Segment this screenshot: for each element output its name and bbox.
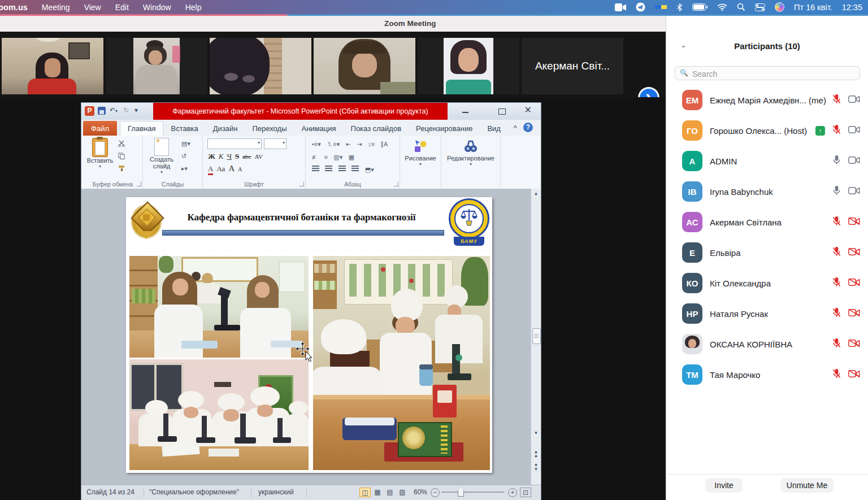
slide-photo-practical-class[interactable] — [313, 256, 490, 470]
font-style-button[interactable]: abc — [242, 153, 251, 160]
tab-рецензирование[interactable]: Рецензирование — [409, 121, 480, 136]
close-button[interactable]: ✕ — [524, 106, 532, 114]
font-size-button[interactable]: Аа — [216, 164, 225, 173]
font-size-button[interactable]: А — [238, 166, 242, 172]
columns-icon[interactable]: ▥▾ — [333, 154, 342, 161]
maximize-button[interactable] — [498, 108, 506, 115]
theme-indicator[interactable]: "Специальное оформление" — [149, 488, 239, 496]
participant-row[interactable]: Е Ельвіра — [666, 237, 868, 268]
increase-indent-icon[interactable]: ⇥ — [357, 141, 362, 148]
indent-left-icon[interactable]: ≢ — [312, 154, 318, 160]
menu-item-window[interactable]: Window — [143, 3, 171, 12]
battery-icon[interactable] — [692, 3, 708, 11]
participant-row[interactable]: АС Акерман Світлана — [666, 207, 868, 237]
text-direction-icon[interactable]: ∥A — [380, 141, 388, 148]
slide-photo-lab-microscopes[interactable] — [129, 256, 309, 358]
normal-view-button[interactable]: ◫ — [359, 488, 371, 497]
slide-photo-classroom[interactable] — [129, 359, 309, 470]
participant-row[interactable]: IB Iryna Babynchuk — [666, 176, 868, 207]
tab-вид[interactable]: Вид — [480, 121, 508, 136]
numbering-icon[interactable]: ⒈≡▾ — [327, 140, 340, 149]
video-tile[interactable] — [106, 38, 207, 94]
participant-row[interactable]: ОКСАНА КОРНІЇВНА — [666, 329, 868, 359]
zoom-slider-thumb[interactable] — [458, 488, 464, 497]
quick-access-customize-icon[interactable]: ▾ — [134, 106, 138, 114]
video-tile[interactable] — [2, 38, 103, 94]
zoom-in-button[interactable]: + — [508, 488, 517, 497]
font-size-button[interactable]: А — [208, 164, 213, 175]
section-icon[interactable]: ▸▾ — [181, 165, 190, 172]
unmute-me-button[interactable]: Unmute Me — [780, 478, 834, 493]
menu-bar-clock[interactable]: 12:35 — [842, 3, 862, 12]
menu-item-meeting[interactable]: Meeting — [42, 3, 70, 12]
minimize-button[interactable] — [462, 107, 468, 113]
new-slide-button[interactable]: Создать слайд▾ — [146, 138, 177, 175]
next-slide-button[interactable]: ▼▼ — [532, 463, 540, 471]
font-style-button[interactable]: К — [219, 152, 224, 161]
participant-row[interactable]: НР Наталя Руснак — [666, 298, 868, 329]
tab-анимация[interactable]: Анимация — [294, 121, 344, 136]
font-name-select[interactable] — [207, 138, 262, 149]
video-tile[interactable] — [210, 38, 311, 94]
copy-icon[interactable] — [118, 153, 125, 160]
video-tile-name-only[interactable]: Акерман Світ... — [522, 38, 623, 94]
slideshow-button[interactable]: ▧ — [397, 488, 408, 497]
spotlight-icon[interactable] — [737, 3, 745, 11]
slide-title[interactable]: Кафедра фармацевтичної ботаніки та фарма… — [159, 212, 444, 223]
justify-icon[interactable] — [351, 166, 359, 172]
slide-canvas[interactable]: Кафедра фармацевтичної ботаніки та фарма… — [126, 197, 492, 473]
slide-sorter-view-button[interactable]: ▦ — [372, 488, 383, 497]
align-center-icon[interactable] — [325, 166, 332, 172]
ribbon-collapse-icon[interactable]: ^ — [514, 124, 517, 131]
slide-layout-icon[interactable]: ▤▾ — [181, 140, 190, 147]
menu-item-help[interactable]: Help — [185, 3, 202, 12]
font-style-button[interactable]: AV — [254, 153, 262, 160]
slide-number-indicator[interactable]: Слайд 14 из 24 — [86, 488, 134, 496]
font-style-button[interactable]: Ч — [227, 152, 232, 161]
bullets-icon[interactable]: •≡▾ — [312, 141, 321, 148]
align-right-icon[interactable] — [338, 166, 346, 172]
ukraine-flag-icon[interactable] — [655, 3, 667, 11]
save-icon[interactable] — [98, 107, 106, 115]
tab-дизайн[interactable]: Дизайн — [206, 121, 245, 136]
arrange-icon[interactable]: ⬒▾ — [365, 166, 374, 173]
scroll-down-icon[interactable]: ▼ — [532, 431, 540, 436]
font-style-button[interactable]: S — [235, 152, 239, 161]
undo-icon[interactable]: ↶▾ — [110, 106, 118, 114]
paste-button[interactable]: Вставить▾ — [86, 138, 114, 169]
indent-right-icon[interactable]: ≡ — [324, 154, 327, 160]
telegram-icon[interactable] — [636, 2, 645, 12]
tab-переходы[interactable]: Переходы — [245, 121, 294, 136]
search-box[interactable]: 🔍 — [675, 66, 860, 80]
font-size-button[interactable]: А — [228, 164, 235, 173]
bluetooth-icon[interactable] — [676, 3, 683, 12]
editing-button[interactable]: Редактирование▾ — [446, 139, 496, 167]
scrollbar-thumb[interactable] — [532, 328, 541, 344]
smartart-icon[interactable]: ▦ — [349, 154, 354, 161]
menu-item-view[interactable]: View — [84, 3, 101, 12]
line-spacing-icon[interactable]: ↕≡ — [368, 141, 375, 147]
zoom-level[interactable]: 60% — [414, 488, 427, 496]
zoom-out-button[interactable]: − — [431, 488, 440, 497]
format-painter-icon[interactable] — [118, 165, 125, 173]
tab-показ-слайдов[interactable]: Показ слайдов — [344, 121, 409, 136]
participant-row[interactable]: ТМ Тая Марочко — [666, 359, 868, 390]
tab-вставка[interactable]: Вставка — [163, 121, 205, 136]
font-size-select[interactable] — [264, 138, 287, 149]
tab-главная[interactable]: Главная — [120, 121, 163, 136]
align-left-icon[interactable] — [312, 166, 319, 172]
font-style-button[interactable]: Ж — [208, 152, 215, 161]
scroll-up-icon[interactable]: ▲ — [532, 191, 540, 196]
participant-row[interactable]: ГО Горошко Олекса... (Host) ↑ — [666, 115, 868, 146]
participant-row[interactable]: КО Кіт Олександра — [666, 268, 868, 298]
siri-icon[interactable] — [775, 2, 784, 12]
drawing-button[interactable]: Рисование▾ — [402, 139, 439, 167]
language-indicator[interactable]: украинский — [258, 488, 294, 496]
previous-slide-button[interactable]: ▲▲ — [532, 450, 540, 458]
participant-row[interactable]: A ADMIN — [666, 146, 868, 176]
help-icon[interactable]: ? — [523, 123, 533, 132]
fit-to-window-button[interactable]: ⊡ — [520, 488, 531, 497]
dialog-launcher-icon[interactable] — [137, 182, 141, 186]
menu-bar-date[interactable]: Пт 16 квіт. — [794, 3, 832, 12]
dialog-launcher-icon[interactable] — [394, 182, 398, 186]
